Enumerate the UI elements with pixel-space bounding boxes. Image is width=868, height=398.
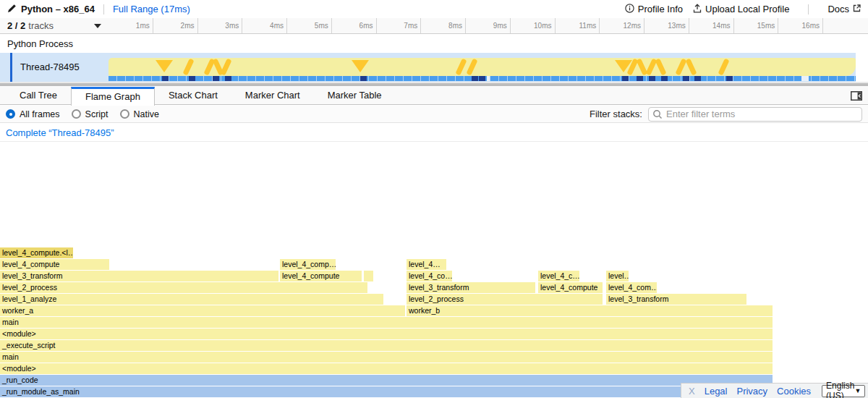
flame-box[interactable]: <module> [0,329,773,339]
external-link-icon [853,4,861,14]
ruler-tick: 10ms [511,18,556,33]
flame-box[interactable]: level_4_comp… [280,259,336,270]
tab-stack-chart[interactable]: Stack Chart [155,87,231,105]
info-icon [625,4,634,15]
flame-box[interactable]: level_2_process [407,294,603,305]
track-marker-triangle-icon[interactable] [352,60,369,72]
flame-box[interactable]: level_3_transform [407,282,535,293]
footer-link-legal[interactable]: Legal [705,386,728,397]
filter-box [648,107,862,122]
profiler-app: Python – x86_64 Full Range (17ms) Profil… [0,0,868,398]
divider [808,4,809,14]
sample-segment-dark [683,76,689,81]
sidebar-toggle-icon[interactable] [851,90,862,103]
flame-box[interactable]: main [0,317,773,328]
thread-track-canvas[interactable] [109,53,856,82]
upload-label: Upload Local Profile [705,4,789,14]
ruler-tick: 1ms [109,18,153,33]
track-marker-slash-icon[interactable] [455,59,467,76]
flame-box[interactable]: <module> [0,363,773,374]
ruler-tick: 15ms [734,18,779,33]
filter-stacks-input[interactable] [648,107,862,122]
sample-strip[interactable] [109,76,856,81]
flame-box[interactable]: worker_b [407,305,773,316]
flame-box[interactable]: level_4_com… [606,282,657,293]
sample-segment-dark [637,76,643,81]
footer-links: XLegalPrivacyCookies [689,386,811,397]
ruler-tick: 14ms [689,18,734,33]
flame-box[interactable]: _execute_script [0,340,773,351]
ruler-tick: 9ms [466,18,511,33]
track-header-python-process[interactable]: Python Process [0,35,856,53]
thread-track-label-area[interactable]: Thread-78495 [0,53,109,82]
footer-link-x[interactable]: X [689,386,695,397]
flame-box[interactable]: _run_module_as_main [0,386,773,397]
sample-gap [487,76,490,81]
track-marker-slash-icon[interactable] [466,59,477,76]
header-actions: Profile Info Upload Local Profile Docs [625,4,861,15]
track-marker-triangle-icon[interactable] [156,60,173,72]
radio-native[interactable]: Native [120,109,159,119]
flame-box[interactable]: level_1_analyze [0,294,383,305]
upload-profile-button[interactable]: Upload Local Profile [693,4,789,15]
breadcrumb[interactable]: Complete “Thread-78495” [6,127,114,138]
docs-button[interactable]: Docs [827,4,861,14]
footer-link-cookies[interactable]: Cookies [777,386,811,397]
profile-info-button[interactable]: Profile Info [625,4,683,15]
track-panel-splitter[interactable] [0,82,868,87]
sample-segment-dark [694,76,701,81]
tracks-dropdown[interactable]: 2 / 2 tracks [0,18,109,33]
sample-segment-dark [661,76,668,81]
sample-gap [801,76,809,81]
track-marker-slash-icon[interactable] [220,59,231,76]
sample-segment-dark [162,76,169,81]
tab-call-tree[interactable]: Call Tree [6,87,71,105]
ruler-tick: 6ms [332,18,377,33]
language-value: English (US) [826,381,854,398]
language-select[interactable]: English (US) ▼ [822,385,865,397]
flame-box[interactable]: level… [606,271,629,281]
flame-box[interactable]: level_4… [407,259,446,270]
radio-all-frames[interactable]: All frames [6,109,60,119]
tab-marker-chart[interactable]: Marker Chart [231,87,314,105]
tab-bar: Call TreeFlame GraphStack ChartMarker Ch… [0,87,868,105]
filter-stacks-label: Filter stacks: [590,109,642,119]
sample-segment-dark [360,76,367,81]
edit-pencil-icon[interactable] [7,3,17,16]
filter-area: Filter stacks: [590,107,862,122]
track-marker-slash-icon[interactable] [182,59,194,76]
radio-icon [72,109,81,119]
tab-flame-graph[interactable]: Flame Graph [71,87,155,106]
track-row-thread[interactable]: Thread-78495 [0,53,856,82]
activity-band[interactable] [109,58,856,76]
flame-box[interactable]: level_4_compute [0,259,109,270]
flame-box[interactable]: level_4_compute [280,271,362,281]
flame-box[interactable]: _run_code [0,375,773,386]
ruler-tick: 16ms [778,18,823,33]
track-marker-slash-icon[interactable] [655,59,666,76]
radio-script[interactable]: Script [72,109,109,119]
flame-box[interactable]: level_3_transform [606,294,746,305]
flame-box[interactable]: level_4_co… [407,271,452,281]
flame-box[interactable]: level_2_process [0,282,367,293]
chevron-down-icon [94,24,101,28]
radio-label: Native [134,109,159,119]
tabs: Call TreeFlame GraphStack ChartMarker Ch… [0,87,868,105]
track-marker-slash-icon[interactable] [718,59,729,76]
frame-filter-radios: All framesScriptNative [6,109,171,119]
breadcrumb-row: Complete “Thread-78495” [0,124,868,142]
flame-box[interactable]: level_4_c… [538,271,579,281]
flame-box[interactable]: level_3_transform [0,271,278,281]
footer-link-privacy[interactable]: Privacy [736,386,767,397]
full-range-link[interactable]: Full Range (17ms) [113,4,190,14]
flame-box[interactable]: level_4_compute.<l… [0,247,73,258]
tab-marker-table[interactable]: Marker Table [314,87,396,105]
ruler-ticks: 1ms2ms3ms4ms5ms6ms7ms8ms9ms10ms11ms12ms1… [109,18,868,33]
profile-title: Python – x86_64 [21,4,95,14]
track-marker-slash-icon[interactable] [685,59,697,76]
flame-box[interactable]: main [0,352,773,363]
ruler-tick: 11ms [556,18,600,33]
flame-box[interactable]: worker_a [0,305,405,316]
flame-box[interactable] [364,271,373,281]
flame-box[interactable]: level_4_compute [538,282,603,293]
